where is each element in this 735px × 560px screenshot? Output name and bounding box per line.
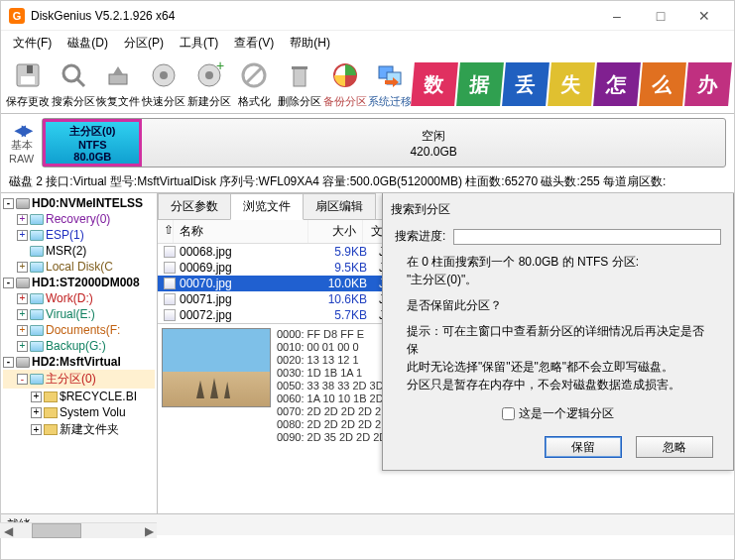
tree-disk-2[interactable]: HD2:MsftVirtual bbox=[32, 355, 121, 369]
logical-partition-label: 这是一个逻辑分区 bbox=[519, 405, 614, 422]
col-size[interactable]: 大小 bbox=[308, 220, 363, 243]
menu-bar: 文件(F) 磁盘(D) 分区(P) 工具(T) 查看(V) 帮助(H) bbox=[1, 31, 734, 55]
tab-browse-files[interactable]: 浏览文件 bbox=[230, 193, 304, 220]
content-pane: 分区参数 浏览文件 扇区编辑 ⇧ 名称 大小 文件 00068.jpg5.9KB… bbox=[158, 193, 734, 513]
close-button[interactable]: ✕ bbox=[682, 2, 726, 30]
disk-icon bbox=[16, 198, 30, 209]
menu-help[interactable]: 帮助(H) bbox=[282, 33, 338, 54]
tree-horizontal-scrollbar[interactable]: ◀ ▶ bbox=[0, 522, 157, 538]
tree-disk-1[interactable]: HD1:ST2000DM008 bbox=[32, 276, 140, 289]
menu-tools[interactable]: 工具(T) bbox=[172, 33, 226, 54]
disk-map-bar: ◀ ▶ 基本 RAW 主分区(0) NTFS 80.0GB 空闲 420.0GB bbox=[1, 114, 734, 171]
toolbar-backup[interactable]: 备份分区 bbox=[322, 58, 368, 109]
up-arrow-icon[interactable]: ⇧ bbox=[158, 220, 174, 243]
logical-partition-checkbox[interactable] bbox=[502, 407, 515, 420]
toolbar-save[interactable]: 保存更改 bbox=[5, 58, 51, 109]
menu-view[interactable]: 查看(V) bbox=[226, 33, 282, 54]
svg-text:+: + bbox=[216, 60, 224, 73]
toolbar-migrate[interactable]: 系统迁移 bbox=[367, 58, 413, 109]
tab-sector-edit[interactable]: 扇区编辑 bbox=[303, 193, 376, 219]
disk-info-line: 磁盘 2 接口:Virtual 型号:MsftVirtualDisk 序列号:W… bbox=[1, 171, 734, 193]
window-title: DiskGenius V5.2.1.926 x64 bbox=[31, 9, 595, 23]
toolbar-recover[interactable]: 恢复文件 bbox=[95, 58, 141, 109]
preview-thumbnail bbox=[162, 328, 271, 407]
file-icon bbox=[164, 246, 176, 258]
dialog-hint: 提示：可在主窗口中查看新分区的详细情况后再决定是否保 此时无论选择"保留"还是"… bbox=[383, 318, 733, 397]
dialog-found-text: 在 0 柱面搜索到一个 80.0GB 的 NTFS 分区: "主分区(0)"。 bbox=[383, 249, 733, 292]
toolbar-quickpart[interactable]: 快速分区 bbox=[141, 58, 186, 109]
svg-rect-5 bbox=[109, 74, 127, 84]
scroll-left-icon[interactable]: ◀ bbox=[0, 523, 16, 538]
menu-partition[interactable]: 分区(P) bbox=[116, 33, 172, 54]
menu-file[interactable]: 文件(F) bbox=[5, 33, 60, 54]
app-icon: G bbox=[9, 8, 25, 24]
partition-block-0[interactable]: 主分区(0) NTFS 80.0GB bbox=[43, 119, 142, 167]
nav-prev-icon[interactable]: ◀ bbox=[15, 122, 22, 138]
tree-toggle[interactable]: - bbox=[3, 198, 14, 209]
dialog-title: 搜索到分区 bbox=[383, 199, 733, 224]
title-bar: G DiskGenius V5.2.1.926 x64 – □ ✕ bbox=[1, 1, 734, 31]
disk-basic-label: 基本 bbox=[11, 138, 33, 153]
disk-raw-label: RAW bbox=[9, 153, 34, 165]
toolbar: 保存更改 搜索分区 恢复文件 快速分区 +新建分区 格式化 删除分区 备份分区 … bbox=[1, 55, 734, 114]
svg-rect-2 bbox=[27, 65, 33, 73]
dialog-keep-question: 是否保留此分区？ bbox=[383, 292, 733, 318]
svg-point-3 bbox=[63, 65, 79, 81]
toolbar-delete[interactable]: 删除分区 bbox=[277, 58, 322, 109]
progress-label: 搜索进度: bbox=[395, 228, 445, 245]
col-name[interactable]: 名称 bbox=[174, 220, 308, 243]
free-space-block[interactable]: 空闲 420.0GB bbox=[142, 119, 725, 167]
tree-disk-0[interactable]: HD0:NVMeINTELSS bbox=[32, 196, 143, 210]
scroll-right-icon[interactable]: ▶ bbox=[141, 523, 157, 538]
keep-button[interactable]: 保留 bbox=[545, 436, 622, 458]
svg-rect-14 bbox=[292, 66, 307, 69]
tree-selected-partition[interactable]: 主分区(0) bbox=[46, 371, 96, 388]
banner-ad[interactable]: 数 据 丢 失 怎 么 办 bbox=[413, 62, 730, 106]
toolbar-format[interactable]: 格式化 bbox=[231, 58, 277, 109]
tree-part[interactable]: Recovery(0) bbox=[46, 212, 110, 226]
nav-next-icon[interactable]: ▶ bbox=[22, 122, 29, 138]
main-area: -HD0:NVMeINTELSS +Recovery(0) +ESP(1) MS… bbox=[1, 193, 734, 513]
svg-rect-1 bbox=[21, 76, 35, 84]
toolbar-newpart[interactable]: +新建分区 bbox=[186, 58, 232, 109]
minimize-button[interactable]: – bbox=[595, 2, 639, 30]
svg-rect-13 bbox=[294, 68, 306, 86]
folder-icon bbox=[44, 392, 58, 402]
svg-point-9 bbox=[205, 71, 213, 79]
progress-bar bbox=[453, 229, 721, 245]
menu-disk[interactable]: 磁盘(D) bbox=[60, 33, 116, 54]
scrollbar-thumb[interactable] bbox=[32, 523, 81, 538]
ignore-button[interactable]: 忽略 bbox=[636, 436, 713, 458]
disk-tree[interactable]: -HD0:NVMeINTELSS +Recovery(0) +ESP(1) MS… bbox=[1, 193, 158, 513]
disk-map[interactable]: 主分区(0) NTFS 80.0GB 空闲 420.0GB bbox=[42, 118, 726, 168]
maximize-button[interactable]: □ bbox=[639, 2, 682, 30]
svg-line-12 bbox=[247, 68, 261, 82]
svg-point-7 bbox=[160, 71, 168, 79]
partition-icon bbox=[30, 214, 44, 225]
toolbar-search[interactable]: 搜索分区 bbox=[51, 58, 96, 109]
tab-partition-params[interactable]: 分区参数 bbox=[158, 193, 231, 219]
disk-nav: ◀ ▶ 基本 RAW bbox=[9, 122, 34, 165]
search-partition-dialog: 搜索到分区 搜索进度: 在 0 柱面搜索到一个 80.0GB 的 NTFS 分区… bbox=[382, 193, 734, 471]
svg-line-4 bbox=[77, 79, 84, 86]
